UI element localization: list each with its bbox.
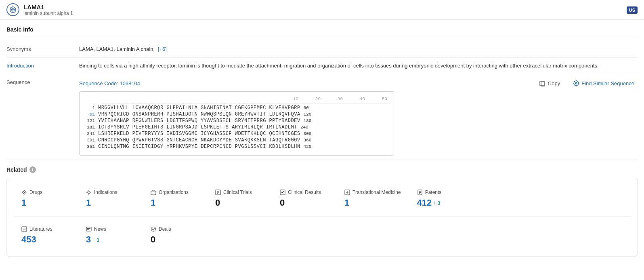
sequence-row: Sequence Sequence Code: 1038104 Copy [6, 74, 638, 160]
copy-icon [539, 80, 546, 86]
related-item-translational-medicine[interactable]: Translational Medicine 1 [336, 185, 409, 213]
organizations-label: Organizations [159, 189, 189, 195]
copy-button[interactable]: Copy [536, 78, 563, 88]
patents-label: Patents [425, 189, 442, 195]
related-grid-row2-inner: Literatures 453 News [13, 221, 631, 250]
svg-rect-32 [86, 227, 91, 231]
synonyms-row: Synonyms LAMA, LAMA1, Laminin A chain, [… [6, 41, 638, 58]
news-badge-up: ↑ [92, 237, 95, 242]
clinical-results-value: 0 [280, 198, 328, 208]
find-similar-label: Find Similar Sequence [581, 80, 634, 86]
seq-line-3: 121 YVIIKAANAP RPGNWILERS LDGTTFSPWQ YYA… [83, 118, 390, 124]
clinical-results-label: Clinical Results [288, 189, 321, 195]
related-item-clinical-trials[interactable]: Clinical Trials 0 [207, 185, 272, 213]
introduction-row: Introduction Binding to cells via a high… [6, 58, 638, 75]
patents-badge-up: ↑ [433, 200, 436, 206]
drugs-label: Drugs [29, 189, 42, 195]
related-card: Drugs 1 Indications [6, 178, 638, 257]
synonyms-more-link[interactable]: [+6] [158, 46, 167, 52]
clinical-trials-label: Clinical Trials [223, 189, 252, 195]
virus-icon [86, 189, 92, 195]
news-value: 3 ↑1 [86, 234, 134, 245]
related-title: Related i [6, 166, 638, 173]
pill-icon [21, 189, 27, 195]
translational-medicine-value: 1 [344, 198, 401, 208]
seq-line-7: 361 CINCLQNTMG INCETCIDGY YRPHKVSPYE DEP… [83, 144, 390, 149]
synonym-text: LAMA, LAMA1, Laminin A chain, [79, 46, 155, 52]
svg-point-5 [574, 81, 579, 86]
header-text: LAMA1 laminin subunit alpha 1 [23, 4, 73, 16]
seq-line-5: 241 LSHREPKELD PIVTRRYYYS IKDISVGGMC ICY… [83, 131, 390, 137]
svg-point-35 [151, 227, 156, 232]
related-item-indications[interactable]: Indications 1 [78, 185, 143, 213]
lit-icon [21, 226, 27, 232]
related-info-icon[interactable]: i [29, 166, 36, 173]
seq-line-6: 301 CNRCCPGYHQ QPWRPGTVSS GNTCEACNCH NKA… [83, 137, 390, 143]
clinical-trials-value: 0 [215, 198, 264, 208]
literatures-label: Literatures [29, 226, 52, 232]
related-title-text: Related [6, 166, 27, 173]
logo-icon [6, 3, 19, 16]
sequence-ruler: 10 20 30 40 50 [83, 97, 390, 101]
introduction-text: Binding to cells via a high affinity rec… [79, 62, 638, 70]
introduction-label: Introduction [6, 62, 79, 69]
sequence-header: Sequence Code: 1038104 Copy [79, 78, 638, 88]
drugs-value: 1 [21, 198, 70, 208]
deals-value: 0 [151, 234, 199, 245]
sequence-box[interactable]: 10 20 30 40 50 1 MRGGVLLVLL LCVAAQCRQR G… [79, 91, 394, 156]
find-similar-icon [573, 80, 579, 86]
news-label: News [94, 226, 106, 232]
svg-rect-17 [151, 191, 156, 195]
deal-icon [151, 226, 156, 232]
seq-line-2: 61 VRNPQCRICD GNSANPRERH PISHAIDGTN NWWQ… [83, 112, 390, 117]
organizations-value: 1 [151, 198, 199, 208]
gene-subtitle: laminin subunit alpha 1 [23, 11, 73, 16]
synonyms-label: Synonyms [6, 45, 79, 52]
patents-badge-num: 3 [437, 200, 440, 206]
translational-medicine-label: Translational Medicine [352, 189, 401, 195]
related-item-deals[interactable]: Deals 0 [143, 221, 207, 250]
related-item-clinical-results[interactable]: Clinical Results 0 [272, 185, 336, 213]
find-similar-button[interactable]: Find Similar Sequence [570, 78, 638, 88]
news-icon [86, 226, 92, 232]
related-item-organizations[interactable]: Organizations 1 [143, 185, 207, 213]
page-header: LAMA1 laminin subunit alpha 1 US [0, 0, 644, 20]
seq-line-1: 1 MRGGVLLVLL LCVAAQCRQR GLFPAILNLA SNAHI… [83, 105, 390, 111]
region-badge: US [627, 7, 638, 13]
sequence-code-link[interactable]: Sequence Code: 1038104 [79, 80, 140, 86]
indications-value: 1 [86, 198, 134, 208]
copy-label: Copy [548, 80, 560, 86]
literatures-value: 453 [21, 234, 70, 245]
related-item-news[interactable]: News 3 ↑1 [78, 221, 143, 250]
result-icon [280, 189, 285, 195]
patent-icon [417, 189, 423, 195]
basic-info-title: Basic Info [6, 20, 638, 36]
synonyms-value: LAMA, LAMA1, Laminin A chain, [+6] [79, 45, 638, 53]
related-grid-row2: Literatures 453 News [13, 216, 631, 250]
related-grid-row1: Drugs 1 Indications [13, 185, 631, 213]
indications-label: Indications [94, 189, 117, 195]
medicine-icon [344, 189, 350, 195]
seq-line-4: 181 ICTSYYSRLV PLEHGEIHTS LINGRPSADD LSP… [83, 124, 390, 130]
svg-point-12 [88, 191, 90, 194]
main-content: Basic Info Synonyms LAMA, LAMA1, Laminin… [0, 20, 644, 260]
trial-icon [215, 189, 221, 195]
related-item-drugs[interactable]: Drugs 1 [13, 185, 78, 213]
patents-value: 412 ↑3 [417, 198, 466, 208]
svg-line-11 [23, 192, 25, 194]
svg-point-6 [575, 82, 577, 84]
news-badge-num: 1 [96, 237, 99, 243]
related-section: Related i Drugs 1 [6, 160, 638, 260]
gene-name: LAMA1 [23, 4, 73, 11]
sequence-label: Sequence [6, 78, 79, 85]
us-badge: US [627, 6, 638, 14]
sequence-outer: Sequence Code: 1038104 Copy [79, 78, 638, 156]
org-icon [151, 189, 156, 195]
deals-label: Deals [159, 226, 171, 232]
related-item-literatures[interactable]: Literatures 453 [13, 221, 78, 250]
related-item-patents[interactable]: Patents 412 ↑3 [409, 185, 474, 213]
sequence-actions: Copy Find Similar Sequence [536, 78, 638, 88]
